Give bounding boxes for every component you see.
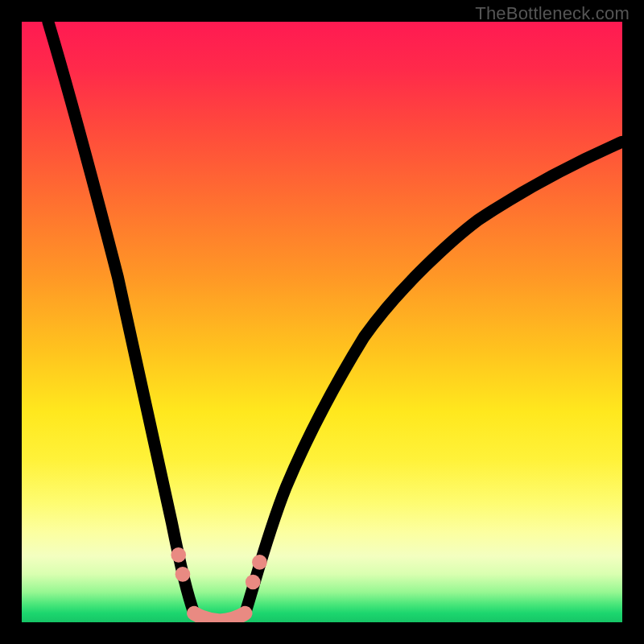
curve-right xyxy=(246,142,622,613)
marker-right-lower xyxy=(246,575,261,590)
valley-floor xyxy=(194,613,245,621)
marker-right-upper xyxy=(252,555,267,570)
curve-left xyxy=(48,22,194,613)
marker-left-upper xyxy=(171,547,186,563)
watermark-text: TheBottleneck.com xyxy=(475,3,630,24)
plot-area xyxy=(22,22,622,622)
marker-left-lower xyxy=(175,567,191,582)
curve-layer xyxy=(22,22,622,622)
app-root: TheBottleneck.com xyxy=(0,0,644,644)
